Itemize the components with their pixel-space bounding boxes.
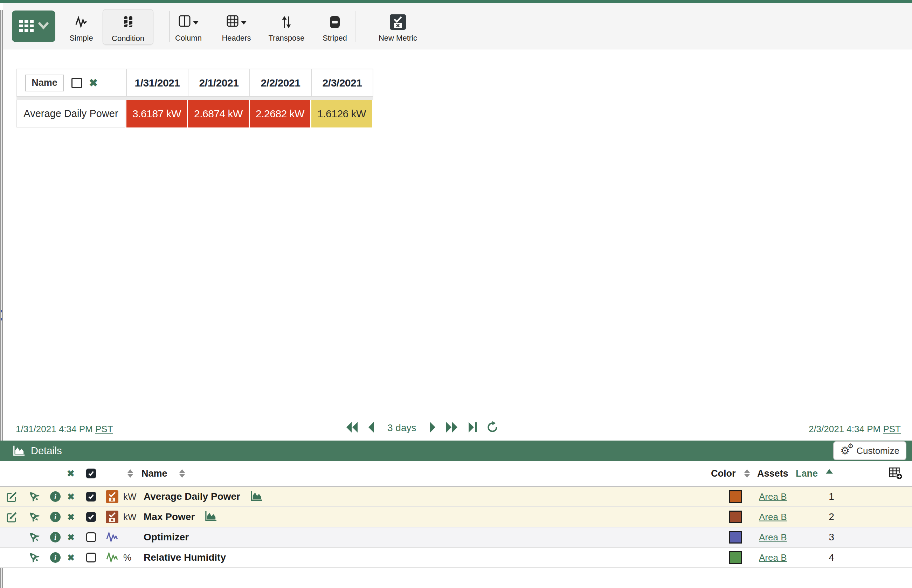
details-row-relative-humidity[interactable]: % Relative Humidity Area B 4 — [0, 548, 912, 568]
preview-chart-icon — [205, 510, 217, 523]
sort-color-control[interactable] — [744, 469, 750, 478]
step-forward-full-icon[interactable] — [445, 421, 458, 435]
details-row-average-daily-power[interactable]: kW Average Daily Power Area B 1 — [0, 487, 912, 507]
item-checkbox[interactable] — [86, 552, 96, 562]
time-navigation-controls: 3 days — [345, 420, 499, 436]
remove-item-icon[interactable] — [67, 512, 74, 522]
step-back-half-icon[interactable] — [368, 421, 375, 435]
remove-item-icon[interactable] — [67, 532, 74, 543]
toolbar-item-column[interactable]: Column — [167, 11, 210, 44]
grid-icon — [227, 15, 239, 29]
color-swatch[interactable] — [729, 510, 742, 523]
start-timezone-link[interactable]: PST — [95, 424, 113, 434]
step-forward-half-icon[interactable] — [429, 421, 436, 435]
toolbar-item-transpose[interactable]: Transpose — [264, 11, 309, 44]
duration-label[interactable]: 3 days — [387, 422, 416, 434]
customize-button[interactable]: Customize — [833, 441, 906, 460]
info-icon[interactable] — [50, 552, 61, 563]
item-checkbox[interactable] — [86, 512, 96, 522]
select-all-checkbox[interactable] — [86, 468, 96, 478]
details-row-optimizer[interactable]: Optimizer Area B 3 — [0, 527, 912, 548]
name-column-checkbox[interactable] — [71, 78, 82, 88]
toolbar-item-label: Striped — [323, 34, 347, 44]
remove-column-icon[interactable] — [89, 77, 98, 89]
color-swatch[interactable] — [729, 551, 742, 564]
item-unit: kW — [123, 491, 141, 502]
item-checkbox[interactable] — [86, 492, 96, 501]
start-timestamp[interactable]: 1/31/2021 4:34 PM — [16, 424, 93, 434]
rocket-icon[interactable] — [28, 551, 40, 564]
details-table-body: kW Average Daily Power Area B 1 — [0, 487, 912, 568]
condition-table-header-row: Name 1/31/2021 2/1/2021 2/2/2021 2/3/202… — [16, 69, 373, 97]
date-column-header[interactable]: 1/31/2021 — [126, 69, 188, 96]
rocket-icon[interactable] — [28, 490, 40, 503]
metric-type-icon — [104, 490, 120, 503]
item-checkbox[interactable] — [86, 532, 96, 542]
metric-type-icon — [104, 510, 120, 523]
header-body-gap — [16, 97, 373, 100]
sort-name-control[interactable] — [179, 469, 185, 478]
remove-all-icon[interactable] — [67, 468, 74, 479]
info-icon[interactable] — [50, 532, 61, 543]
asset-link[interactable]: Area B — [759, 491, 787, 502]
display-range-end[interactable]: 2/3/2021 4:34 PM PST — [809, 424, 901, 435]
color-swatch[interactable] — [729, 490, 742, 503]
name-header-cell: Name — [17, 69, 126, 96]
toolbar-item-label: Column — [175, 34, 202, 44]
info-icon[interactable] — [50, 512, 61, 522]
rocket-icon[interactable] — [28, 510, 40, 523]
toolbar-item-headers[interactable]: Headers — [215, 11, 258, 44]
display-range-start[interactable]: 1/31/2021 4:34 PM PST — [16, 424, 113, 435]
end-timezone-link[interactable]: PST — [883, 424, 901, 434]
date-column-header[interactable]: 2/3/2021 — [311, 69, 373, 96]
metric-value-cell: 3.6187 kW — [125, 100, 187, 128]
signal-zigzag-icon — [75, 11, 87, 34]
name-column-chip[interactable]: Name — [25, 74, 64, 91]
lane-sort-ascending-icon[interactable] — [826, 469, 833, 474]
edit-icon[interactable] — [6, 510, 18, 523]
date-column-header[interactable]: 2/2/2021 — [249, 69, 311, 96]
step-back-full-icon[interactable] — [345, 421, 358, 435]
item-unit: % — [123, 552, 141, 563]
remove-item-icon[interactable] — [67, 552, 74, 563]
condition-table-row: Average Daily Power 3.6187 kW 2.6874 kW … — [16, 100, 372, 128]
date-column-header[interactable]: 2/1/2021 — [188, 69, 249, 96]
refresh-icon[interactable] — [486, 421, 499, 435]
edit-icon[interactable] — [6, 490, 18, 503]
sort-type-control[interactable] — [128, 469, 133, 478]
condition-bars-icon — [122, 10, 134, 34]
preview-chart-icon — [250, 490, 263, 503]
details-row-max-power[interactable]: kW Max Power Area B 2 — [0, 507, 912, 527]
toolbar-divider — [355, 11, 355, 42]
area-chart-icon — [13, 445, 25, 457]
rocket-icon[interactable] — [28, 531, 40, 544]
toolbar-item-label: Condition — [112, 34, 144, 44]
asset-link[interactable]: Area B — [759, 532, 787, 543]
metric-value-cell: 2.2682 kW — [249, 100, 310, 128]
asset-link[interactable]: Area B — [759, 512, 787, 522]
table-grid-icon — [19, 19, 35, 34]
add-column-icon[interactable] — [889, 467, 903, 480]
assets-column-header[interactable]: Assets — [757, 468, 788, 479]
name-column-header[interactable]: Name — [142, 468, 168, 479]
step-to-now-icon[interactable] — [468, 421, 477, 435]
lane-column-header[interactable]: Lane — [796, 468, 818, 479]
color-column-header[interactable]: Color — [711, 468, 736, 479]
toolbar-item-label: New Metric — [379, 34, 417, 44]
asset-link[interactable]: Area B — [759, 552, 787, 563]
stripe-block-icon — [329, 11, 340, 34]
toolbar-item-striped[interactable]: Striped — [314, 11, 356, 44]
toolbar-item-simple[interactable]: Simple — [60, 11, 102, 44]
details-panel-header[interactable]: Details Customize — [0, 441, 912, 461]
up-down-arrows-icon — [281, 11, 292, 34]
table-view-dropdown-button[interactable] — [12, 11, 55, 42]
toolbar-item-condition[interactable]: Condition — [103, 9, 153, 45]
toolbar-item-new-metric[interactable]: New Metric — [369, 11, 426, 44]
metric-check-x-icon — [389, 11, 406, 34]
toolbar-item-label: Transpose — [268, 34, 304, 44]
color-swatch[interactable] — [729, 531, 742, 544]
end-timestamp[interactable]: 2/3/2021 4:34 PM — [809, 424, 880, 434]
splitter-handle-dot — [1, 318, 2, 320]
info-icon[interactable] — [50, 491, 61, 502]
remove-item-icon[interactable] — [67, 492, 74, 502]
